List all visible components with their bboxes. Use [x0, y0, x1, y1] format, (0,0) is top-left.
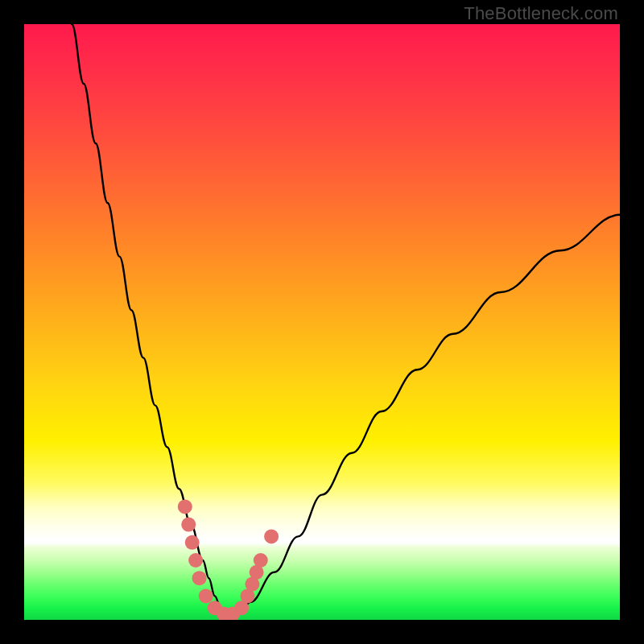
marker-dot: [234, 601, 249, 615]
marker-dot: [245, 577, 259, 592]
marker-dot: [199, 588, 213, 603]
bottleneck-chart-svg: [24, 24, 620, 620]
marker-dot: [241, 588, 255, 603]
chart-frame: TheBottleneck.com: [0, 0, 644, 644]
marker-dot: [208, 601, 222, 615]
marker-dot: [185, 535, 200, 550]
curve-group: [72, 24, 620, 614]
bottleneck-curve-line: [72, 24, 620, 614]
marker-dot: [192, 571, 207, 585]
marker-dot: [181, 518, 196, 532]
marker-dot: [250, 565, 264, 580]
marker-dot: [217, 607, 231, 620]
marker-dot: [254, 553, 268, 568]
plot-area: [24, 24, 620, 620]
marker-dot: [264, 529, 279, 543]
marker-dot: [225, 607, 240, 620]
marker-dot: [188, 553, 203, 568]
watermark-text: TheBottleneck.com: [464, 3, 618, 24]
marker-group: [178, 499, 279, 620]
marker-dot: [178, 499, 192, 514]
